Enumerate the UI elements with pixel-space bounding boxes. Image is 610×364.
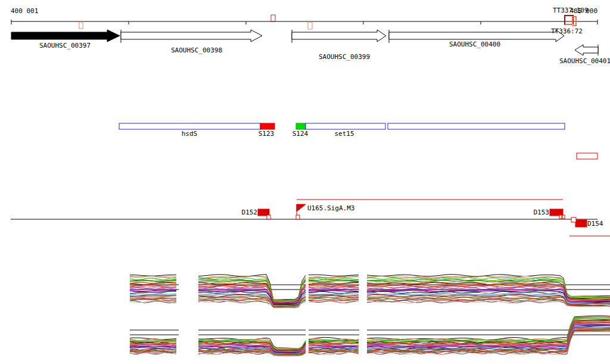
site-marker-d152-base[interactable] (267, 215, 270, 219)
trace-panels (130, 275, 610, 356)
gene-label-saouhsc-00401: SAOUHSC_00401 (559, 58, 610, 64)
ruler-start-coordinate: 400 001 (11, 8, 38, 14)
upper-trace-panel-trace (130, 282, 176, 284)
gene-arrow-saouhsc-00398[interactable] (121, 30, 262, 42)
feature-box-5[interactable] (577, 153, 597, 159)
genome-browser-canvas (0, 0, 610, 364)
upper-trace-panel-trace (309, 291, 359, 291)
site-label-d152: D152 (242, 209, 258, 216)
upper-trace-panel-trace (309, 275, 359, 276)
gene-label-saouhsc-00400: SAOUHSC_00400 (449, 41, 500, 48)
site-marker-d154[interactable] (575, 220, 587, 227)
site-marker-d153-base[interactable] (559, 215, 562, 219)
upper-trace-panel-trace (309, 300, 359, 301)
motif-flag[interactable] (297, 204, 306, 211)
site-marker-d152[interactable] (258, 209, 269, 216)
gene-label-saouhsc-00399: SAOUHSC_00399 (319, 54, 370, 60)
motif-label-u165-siga-m3: U165.SigA.M3 (307, 205, 354, 211)
feature-box-4[interactable] (388, 123, 565, 129)
site-marker-d153[interactable] (550, 209, 563, 216)
feature-label-tt337: TT337:109 (553, 7, 589, 14)
gene-label-saouhsc-00398: SAOUHSC_00398 (171, 47, 222, 54)
gene-track (11, 30, 598, 55)
motif-flag-base[interactable] (296, 215, 300, 219)
gene-arrow-saouhsc-00400[interactable] (389, 30, 564, 42)
upper-trace-panel-trace (130, 275, 176, 276)
site-label-d154: D154 (587, 220, 603, 227)
feature-track (119, 123, 597, 159)
feature-label-set15: set15 (334, 130, 354, 137)
feature-box-s124[interactable] (296, 123, 306, 129)
genome-browser-window: 400 001 405 000 TT337:109 TT336:72 SAOUH… (0, 0, 610, 364)
site-label-d153: D153 (534, 209, 550, 216)
ruler-track (11, 15, 597, 32)
site-marker-d154-base[interactable] (571, 217, 576, 222)
gene-arrow-saouhsc-00399[interactable] (292, 30, 386, 42)
feature-box-s123[interactable] (260, 123, 275, 129)
gene-arrow-saouhsc-00401[interactable] (575, 45, 598, 55)
gene-arrow-saouhsc-00397[interactable] (11, 30, 120, 42)
feature-label-hsds: hsdS (182, 130, 198, 137)
ruler-marker-orange-1[interactable] (79, 22, 83, 29)
gene-label-saouhsc-00397: SAOUHSC_00397 (39, 42, 91, 49)
feature-box-set15[interactable] (306, 123, 385, 129)
feature-label-s123: S123 (259, 130, 275, 137)
ruler-marker-darkred-large[interactable] (565, 15, 573, 24)
feature-box-hsds[interactable] (119, 123, 260, 129)
feature-label-tt336: TT336:72 (551, 28, 583, 35)
ruler-marker-orange-2[interactable] (308, 22, 312, 29)
ruler-marker-darkred-1[interactable] (271, 15, 275, 21)
feature-label-s124: S124 (292, 130, 309, 137)
site-marker-d153-base[interactable] (562, 215, 565, 219)
